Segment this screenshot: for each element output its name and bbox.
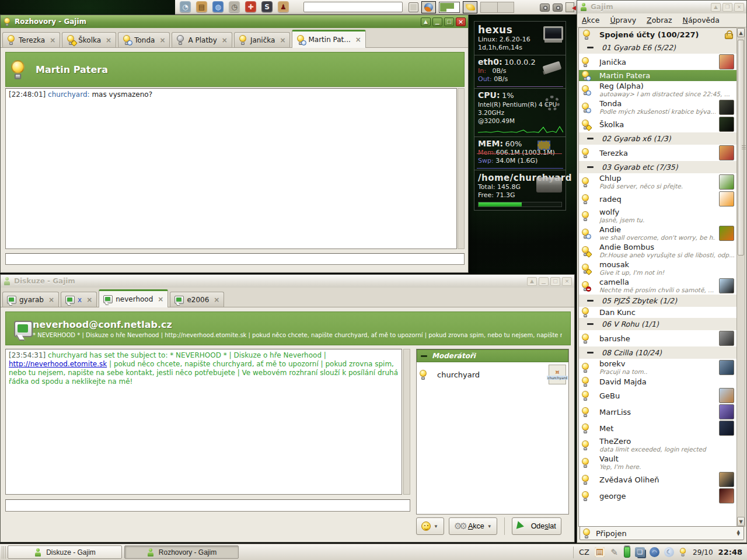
roster-contact-george[interactable]: george — [579, 488, 736, 504]
roster-contact-chlup[interactable]: ChlupPadá server, něco si přejte. — [579, 173, 736, 191]
clock-tool-icon[interactable]: ◷ — [229, 1, 240, 12]
maximize-button[interactable]: □ — [444, 18, 454, 26]
menu-akce[interactable]: Akce — [582, 16, 599, 24]
close-button[interactable]: × — [456, 18, 466, 26]
tab-neverhood[interactable]: neverhood× — [99, 289, 168, 307]
roster-contact-martin-patera[interactable]: Martin Patera — [579, 70, 736, 81]
close-button[interactable]: × — [562, 277, 572, 286]
session-app-icon[interactable]: ◔ — [180, 1, 191, 12]
tab-jani-ka[interactable]: Janička× — [234, 32, 291, 47]
shade-button[interactable]: ▲ — [527, 277, 537, 286]
logout-icon[interactable] — [566, 2, 574, 12]
tab-martin-pat-[interactable]: Martin Pat...× — [292, 30, 365, 48]
roster-contact-jani-ka[interactable]: Janička — [579, 54, 736, 70]
keyboard-layout-indicator[interactable]: CZ — [579, 548, 589, 556]
show-desktop-icon[interactable] — [409, 2, 418, 12]
scroll-up-button[interactable]: ▲ — [737, 28, 745, 37]
tab-close-icon[interactable]: × — [106, 36, 111, 44]
tab-close-icon[interactable]: × — [48, 296, 54, 304]
maximize-button[interactable]: □ — [550, 277, 560, 286]
actions-button[interactable]: ⚙⚙Akce▼ — [449, 517, 497, 535]
workspace-pager[interactable] — [439, 2, 460, 13]
roster-contact-gebu[interactable]: GeBu — [579, 387, 736, 404]
roster-scrollbar[interactable]: ▲ ▼ — [736, 27, 745, 527]
rozhovory-titlebar[interactable]: Rozhovory - Gajim ▲ ▁ □ × — [1, 15, 468, 28]
roster-group[interactable]: 03 Gyarab etc (7/35) — [579, 161, 736, 173]
firefox-launcher-icon[interactable] — [421, 1, 436, 13]
roster-contact-terezka[interactable]: Terezka — [579, 145, 736, 161]
roster-contact-mousak[interactable]: mousakGive it up, I'm not in! — [579, 260, 736, 277]
minimize-button[interactable]: ▁ — [539, 277, 549, 286]
screenshot-icon-2[interactable] — [553, 4, 563, 12]
roster-contact-camella[interactable]: camellaNechte mě prosím chvíli o samotě,… — [579, 277, 736, 295]
groupchat-history[interactable]: [23:54:31] churchyard has set the subjec… — [5, 349, 402, 495]
participants-group-header[interactable]: Moderátoři — [417, 349, 568, 362]
emoticon-button[interactable]: ▼ — [416, 517, 444, 535]
shade-button[interactable]: ▲ — [711, 3, 721, 12]
clipboard-icon[interactable]: ▤ — [595, 547, 605, 557]
roster-group[interactable]: 01 Gyarab E6 (5/22) — [579, 41, 736, 54]
tab-close-icon[interactable]: × — [158, 295, 163, 303]
close-button[interactable]: × — [734, 3, 744, 12]
restore-button[interactable]: ❐ — [722, 3, 732, 12]
pushpin-icon[interactable]: ✚ — [245, 1, 256, 12]
network-computers-icon[interactable]: ❏ — [635, 547, 645, 557]
roster-group[interactable]: 02 Gyarab x6 (1/3) — [579, 132, 736, 145]
roster-contact-wolfy[interactable]: wolfyJasně, jsem tu. — [579, 207, 736, 225]
scroll-down-button[interactable]: ▼ — [737, 517, 745, 526]
tab-e2006[interactable]: e2006× — [170, 292, 224, 307]
roster-contact-tonda[interactable]: TondaPodle mých zkušeností krabice býva.… — [579, 99, 736, 116]
roster-contact-barushe[interactable]: barushe — [579, 330, 736, 346]
participant-row[interactable]: churchyard¤churchyard — [417, 362, 568, 387]
roster-contact-dan-kunc[interactable]: Dan Kunc — [579, 307, 736, 318]
tab-close-icon[interactable]: × — [50, 36, 55, 44]
roster-contact-andie[interactable]: Andiewe shall overcome, don't worry, be … — [579, 225, 736, 242]
web-browser-icon[interactable]: ◍ — [212, 1, 224, 12]
stylus-icon[interactable]: ✎ — [609, 547, 619, 557]
tab-close-icon[interactable]: × — [222, 36, 228, 44]
tab-terezka[interactable]: Terezka× — [2, 32, 60, 47]
roster-contact-radeq[interactable]: radeq — [579, 191, 736, 207]
puppet-launcher-icon[interactable]: ♟ — [278, 1, 289, 12]
roster-contact-borekv[interactable]: borekvPracuji na tom.. — [579, 359, 736, 376]
status-spinner[interactable]: ▲▼ — [737, 530, 741, 536]
taskbar-task-diskuze-gajim[interactable]: Diskuze - Gajim — [8, 545, 122, 559]
tab-x[interactable]: x× — [61, 292, 97, 307]
roster-contact-vault[interactable]: VaultYep, I'm here. — [579, 454, 736, 471]
roster-contact-andie-bombus[interactable]: Andie BombusDr.House aneb vyrušujte si d… — [579, 242, 736, 260]
roster-group[interactable]: 06 V Rohu (1/1) — [579, 318, 736, 330]
roster-contact-david-majda[interactable]: David Majda — [579, 376, 736, 387]
roster-contact-marrliss[interactable]: MarrLiss — [579, 404, 736, 420]
roster-contact-zv-dav-olihe-[interactable]: Zvědavá Oliheň — [579, 471, 736, 488]
tab-close-icon[interactable]: × — [86, 296, 92, 304]
tab--kolka[interactable]: Školka× — [62, 32, 116, 47]
scrollbar-handle[interactable] — [738, 40, 744, 256]
shade-button[interactable]: ▲ — [421, 18, 431, 26]
menu-zobraz[interactable]: Zobraz — [647, 16, 672, 24]
chat-history[interactable]: [22:48:01] churchyard: mas vysmazeno? — [5, 88, 457, 249]
tab-close-icon[interactable]: × — [355, 36, 361, 44]
groupchat-scrollbar[interactable] — [403, 349, 410, 495]
tab-tonda[interactable]: Tonda× — [118, 32, 170, 47]
roster-contact-met[interactable]: Met — [579, 420, 736, 436]
taskbar-task-rozhovory-gajim[interactable]: Rozhovory - Gajim — [124, 545, 239, 559]
tab-gyarab[interactable]: gyarab× — [2, 292, 59, 307]
groupchat-message-input[interactable] — [5, 499, 410, 512]
chat-scrollbar[interactable] — [458, 88, 465, 249]
tab-close-icon[interactable]: × — [214, 296, 219, 304]
run-command-input[interactable] — [303, 2, 403, 12]
minimize-button[interactable]: ▁ — [432, 18, 442, 26]
roster-contact--kolka[interactable]: Školka — [579, 116, 736, 132]
status-selector[interactable]: Připojen ▲▼ — [580, 526, 744, 540]
roster-group[interactable]: 05 PJZŠ Zbytek (1/2) — [579, 295, 736, 307]
menu-napoveda[interactable]: Nápověda — [683, 16, 720, 24]
battery-icon[interactable] — [624, 547, 630, 558]
moon-applet-icon[interactable]: ☾ — [664, 547, 674, 557]
s-launcher-icon[interactable]: S — [261, 1, 273, 12]
roster-group[interactable]: 08 Czilla (10/24) — [579, 346, 736, 359]
roster-contact-reg-alpha-[interactable]: Reg (Alpha)autoaway> I am distracted sin… — [579, 81, 736, 99]
workspace-pager-secondary[interactable] — [480, 2, 514, 13]
screenshot-icon[interactable] — [540, 4, 550, 12]
tab-close-icon[interactable]: × — [159, 36, 165, 44]
gajim-lamp-icon[interactable] — [463, 1, 477, 13]
